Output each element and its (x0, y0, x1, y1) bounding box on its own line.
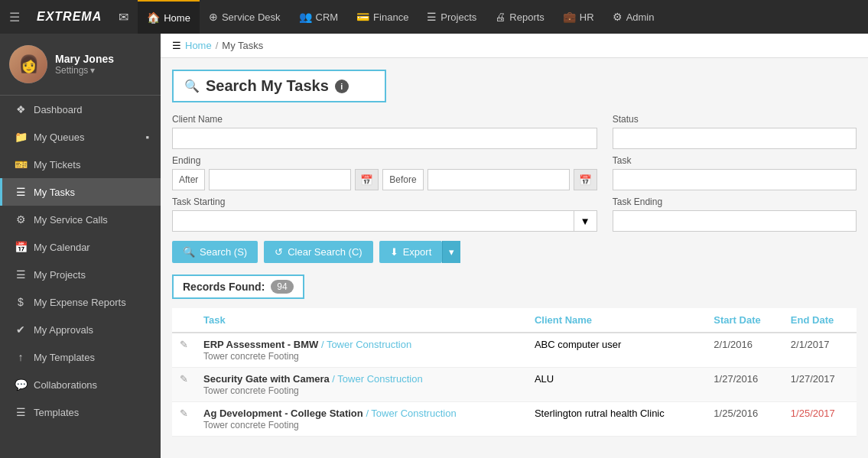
expense-reports-icon: $ (14, 296, 28, 308)
info-icon[interactable]: i (335, 80, 349, 93)
search-button[interactable]: 🔍 Search (S) (172, 241, 258, 263)
client-name: Sterlington rutral health Clinic (535, 408, 665, 419)
task-starting-label: Task Starting (172, 197, 597, 207)
row-end-date-cell: 2/1/2017 (783, 333, 857, 368)
edit-icon[interactable]: ✎ (180, 373, 188, 385)
after-calendar-button[interactable]: 📅 (355, 169, 379, 190)
sidebar-item-my-projects[interactable]: ☰ My Projects (0, 261, 161, 288)
sidebar-item-dashboard[interactable]: ❖ Dashboard (0, 96, 161, 123)
export-group: ⬇ Export ▾ (379, 241, 461, 263)
export-button[interactable]: ⬇ Export (379, 241, 443, 263)
before-button[interactable]: Before (382, 169, 423, 190)
sidebar-item-my-calendar[interactable]: 📅 My Calendar (0, 233, 161, 261)
filter-client-name: Client Name (172, 114, 597, 149)
task-starting-row: ▼ (172, 210, 597, 232)
task-client-link[interactable]: / Tower Construction (366, 408, 456, 419)
sidebar: 👩 Mary Jones Settings ▾ ❖ Dashboard 📁 My… (0, 34, 161, 458)
task-input[interactable] (613, 169, 857, 190)
clear-search-button[interactable]: ↺ Clear Search (C) (264, 241, 373, 263)
export-dropdown-button[interactable]: ▾ (442, 241, 460, 263)
row-edit-cell: ✎ (172, 368, 196, 402)
task-client-link[interactable]: / Tower Construction (321, 339, 411, 350)
edit-icon[interactable]: ✎ (180, 339, 188, 350)
nav-item-admin[interactable]: ⚙ Admin (603, 0, 664, 34)
records-badge: 94 (271, 280, 293, 294)
row-client-name-cell: Sterlington rutral health Clinic (527, 402, 706, 437)
search-box[interactable]: 🔍 Search My Tasks i (172, 70, 386, 102)
search-btn-icon: 🔍 (183, 246, 195, 258)
nav-item-reports[interactable]: 🖨 Reports (486, 0, 554, 34)
after-date-input[interactable] (209, 169, 351, 190)
task-sub: Tower concrete Footing (203, 351, 299, 362)
edit-icon[interactable]: ✎ (180, 408, 188, 419)
sidebar-item-my-approvals[interactable]: ✔ My Approvals (0, 316, 161, 343)
start-date: 1/25/2016 (714, 408, 758, 419)
task-name: Security Gate with Camera (203, 373, 330, 385)
home-icon: 🏠 (147, 11, 160, 24)
admin-icon: ⚙ (613, 11, 623, 23)
task-label: Task (613, 155, 857, 166)
crm-icon: 👥 (299, 11, 312, 23)
sidebar-item-my-tickets[interactable]: 🎫 My Tickets (0, 151, 161, 178)
task-sub: Tower concrete Footing (203, 385, 299, 396)
finance-icon: 💳 (356, 11, 369, 23)
projects-sidebar-icon: ☰ (14, 268, 28, 281)
row-end-date-cell: 1/25/2017 (783, 402, 857, 437)
sidebar-item-my-tasks[interactable]: ☰ My Tasks (0, 178, 161, 206)
client-name-label: Client Name (172, 114, 597, 125)
templates-icon: ☰ (14, 406, 28, 418)
sidebar-item-my-templates[interactable]: ↑ My Templates (0, 343, 161, 371)
nav-item-hr[interactable]: 💼 HR (554, 0, 603, 34)
nav-items: 🏠 Home ⊕ Service Desk 👥 CRM 💳 Finance ☰ … (138, 0, 663, 34)
nav-item-crm[interactable]: 👥 CRM (290, 0, 348, 34)
status-input[interactable] (613, 128, 857, 149)
task-ending-input[interactable] (613, 210, 857, 232)
sidebar-item-templates[interactable]: ☰ Templates (0, 398, 161, 426)
client-name-input[interactable] (172, 128, 597, 149)
filter-form: Client Name Ending After 📅 Before 📅 (172, 114, 857, 232)
hamburger-icon[interactable]: ☰ (0, 10, 29, 24)
filter-ending: Ending After 📅 Before 📅 (172, 155, 597, 190)
filter-task-ending: Task Ending (613, 197, 857, 232)
breadcrumb-home-link[interactable]: Home (185, 40, 212, 51)
nav-item-finance[interactable]: 💳 Finance (347, 0, 418, 34)
user-settings-link[interactable]: Settings ▾ (55, 65, 114, 76)
nav-item-projects[interactable]: ☰ Projects (418, 0, 486, 34)
before-calendar-button[interactable]: 📅 (574, 169, 597, 190)
sidebar-item-my-expense-reports[interactable]: $ My Expense Reports (0, 288, 161, 316)
row-start-date-cell: 2/1/2016 (706, 333, 783, 368)
col-client-name[interactable]: Client Name (527, 308, 706, 333)
user-info: Mary Jones Settings ▾ (55, 53, 114, 76)
app-logo: EXTREMA (29, 10, 109, 24)
service-calls-icon: ⚙ (14, 213, 28, 226)
approvals-icon: ✔ (14, 323, 28, 336)
task-client-link[interactable]: / Tower Construction (332, 373, 422, 385)
end-date: 1/27/2017 (791, 373, 835, 385)
col-end-date[interactable]: End Date (783, 308, 857, 333)
content-area: ☰ Home / My Tasks 🔍 Search My Tasks i Cl… (161, 34, 868, 458)
service-desk-icon: ⊕ (209, 11, 218, 23)
user-section: 👩 Mary Jones Settings ▾ (0, 34, 161, 96)
client-name: ABC computer user (535, 339, 621, 350)
after-button[interactable]: After (172, 169, 205, 190)
search-icon: 🔍 (184, 79, 200, 93)
tickets-icon: 🎫 (14, 158, 28, 171)
client-name: ALU (535, 373, 554, 385)
nav-item-service-desk[interactable]: ⊕ Service Desk (200, 0, 290, 34)
task-starting-input[interactable] (172, 210, 574, 232)
top-navigation: ☰ EXTREMA ✉ 🏠 Home ⊕ Service Desk 👥 CRM … (0, 0, 868, 34)
sidebar-item-my-queues[interactable]: 📁 My Queues ▪ (0, 123, 161, 151)
table-row: ✎ Security Gate with Camera / Tower Cons… (172, 368, 857, 402)
my-templates-icon: ↑ (14, 351, 28, 363)
queues-expand-icon: ▪ (145, 132, 149, 143)
sidebar-item-collaborations[interactable]: 💬 Collaborations (0, 371, 161, 398)
nav-item-home[interactable]: 🏠 Home (138, 0, 200, 34)
mail-icon[interactable]: ✉ (109, 10, 138, 24)
col-start-date[interactable]: Start Date (706, 308, 783, 333)
task-starting-dropdown[interactable]: ▼ (574, 210, 597, 232)
sidebar-item-my-service-calls[interactable]: ⚙ My Service Calls (0, 206, 161, 233)
task-sub: Tower concrete Footing (203, 420, 299, 430)
before-date-input[interactable] (427, 169, 570, 190)
col-task[interactable]: Task (196, 308, 527, 333)
breadcrumb-current: My Tasks (222, 40, 263, 51)
